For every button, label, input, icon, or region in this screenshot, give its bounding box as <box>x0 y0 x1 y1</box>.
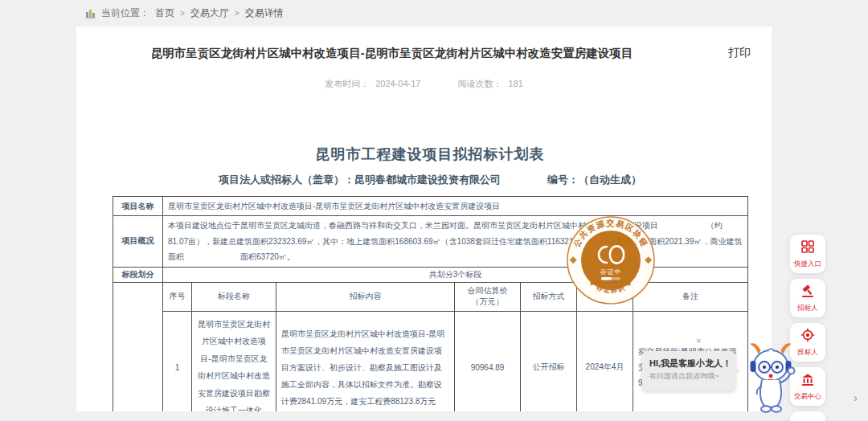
table-row: 项目名称 昆明市呈贡区龙街村片区城中村改造项目-昆明市呈贡区龙街村片区城中村改造… <box>113 197 748 216</box>
location-icon <box>85 8 96 18</box>
project-name-label: 项目名称 <box>113 197 163 216</box>
blank-cell <box>113 282 163 411</box>
breadcrumb-separator: > <box>180 9 185 18</box>
publish-time-value: 2024-04-17 <box>375 79 420 88</box>
cell-method: 公开招标 <box>521 311 577 411</box>
sidebar-item-label: 招标人 <box>797 304 818 313</box>
sidebar-item-label: 投标人 <box>797 348 818 358</box>
section-division-value: 共划分3个标段 <box>163 267 748 282</box>
legal-person: 项目法人或招标人（盖章）：昆明春都城市建设投资有限公司 <box>219 173 501 187</box>
sidebar-item-label: 快捷入口 <box>794 260 821 269</box>
plan-table-subtitle: 项目法人或招标人（盖章）：昆明春都城市建设投资有限公司 编号：（自动生成） <box>113 173 747 187</box>
section-division-label: 标段划分 <box>113 267 163 282</box>
project-overview-value: 本项目建设地点位于昆明市呈贡区龙城街道，春融西路与祥和街交叉口，米兰园对面。昆明… <box>163 216 748 268</box>
project-name-value: 昆明市呈贡区龙街村片区城中村改造项目-昆明市呈贡区龙街村片区城中村改造安置房建设… <box>163 197 748 216</box>
breadcrumb-trade-hall[interactable]: 交易大厅 <box>190 6 229 20</box>
publish-meta: 发布时间：2024-04-17阅读次数：181 <box>76 78 772 90</box>
views-label: 阅读次数： <box>457 79 502 88</box>
sidebar-item-quick-entry[interactable]: 快捷入口 <box>790 235 825 273</box>
project-overview-label: 项目概况 <box>113 216 163 268</box>
close-icon[interactable]: × <box>696 336 701 345</box>
chat-hint: 有问题请点我咨询哦~ <box>649 371 728 382</box>
blockchain-seal-stamp: 公共资源交易区块链 ★ 存证标识 ★ 存证中 <box>565 215 657 306</box>
cell-seq: 1 <box>163 311 192 411</box>
chevron-right-icon[interactable]: › <box>854 390 858 404</box>
cell-content: 昆明市呈贡区龙街村片区城中村改造项目-昆明市呈贡区龙街村片区城中村改造安置房建设… <box>276 311 455 411</box>
print-button[interactable]: 打印 <box>728 46 751 60</box>
gavel-icon <box>800 284 815 301</box>
col-header-content: 招标内容 <box>276 282 455 311</box>
page-title: 昆明市呈贡区龙街村片区城中村改造项目-昆明市呈贡区龙街村片区城中村改造安置房建设… <box>133 45 651 61</box>
sidebar-item-label: 交易中心 <box>794 392 821 402</box>
plan-table-title: 昆明市工程建设项目拟招标计划表 <box>113 145 747 164</box>
bank-icon <box>800 372 815 390</box>
col-header-estimate: 合同估算价（万元） <box>455 282 521 311</box>
plan-number: 编号：（自动生成） <box>547 173 641 187</box>
chat-bubble[interactable]: HI,我是客服小龙人！ 有问题请点我咨询哦~ <box>642 351 735 391</box>
views-value: 181 <box>508 79 522 88</box>
grid-icon <box>800 239 815 257</box>
breadcrumb: 当前位置： 首页 > 交易大厅 > 交易详情 <box>85 6 284 20</box>
publish-time-label: 发布时间： <box>325 79 369 88</box>
breadcrumb-separator: > <box>235 9 240 18</box>
target-icon <box>800 328 815 345</box>
cell-estimate: 90964.89 <box>455 311 521 411</box>
cell-time: 2024年4月 <box>577 311 633 411</box>
breadcrumb-trade-detail: 交易详情 <box>245 6 284 20</box>
sidebar-item-tenderer[interactable]: 招标人 <box>790 279 825 317</box>
cell-section-name: 昆明市呈贡区龙街村片区城中村改造项目-昆明市呈贡区龙街村片区城中村改造安置房建设… <box>192 311 276 411</box>
breadcrumb-label: 当前位置： <box>101 6 149 20</box>
seal-status-text: 存证中 <box>600 268 622 276</box>
chat-greeting: HI,我是客服小龙人！ <box>649 358 728 370</box>
col-header-section-name: 标段名称 <box>192 282 276 311</box>
breadcrumb-home[interactable]: 首页 <box>155 6 174 20</box>
col-header-seq: 序号 <box>163 282 192 311</box>
customer-service-mascot[interactable] <box>744 341 797 418</box>
